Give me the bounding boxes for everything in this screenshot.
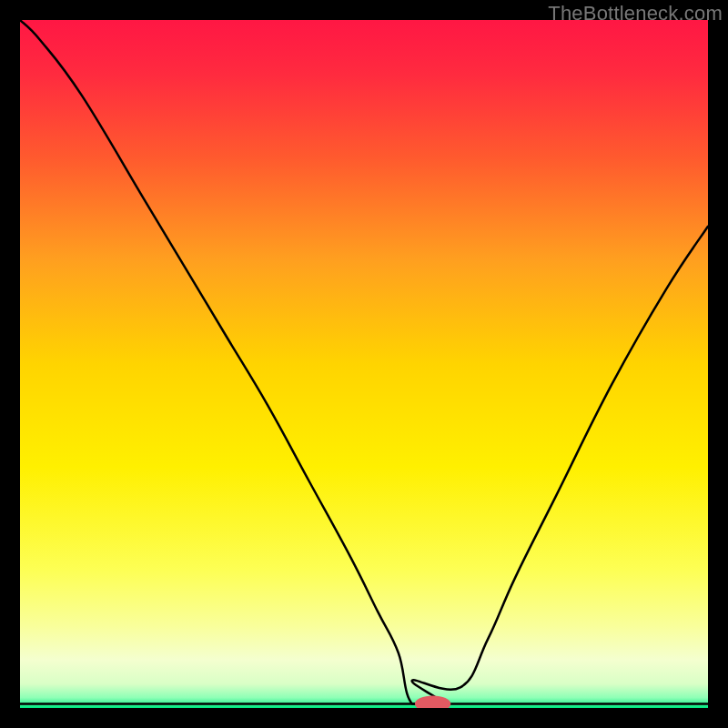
plot-area (20, 20, 708, 708)
chart-container: TheBottleneck.com (0, 0, 728, 728)
chart-svg (20, 20, 708, 708)
watermark: TheBottleneck.com (548, 2, 723, 25)
gradient-background (20, 20, 708, 708)
